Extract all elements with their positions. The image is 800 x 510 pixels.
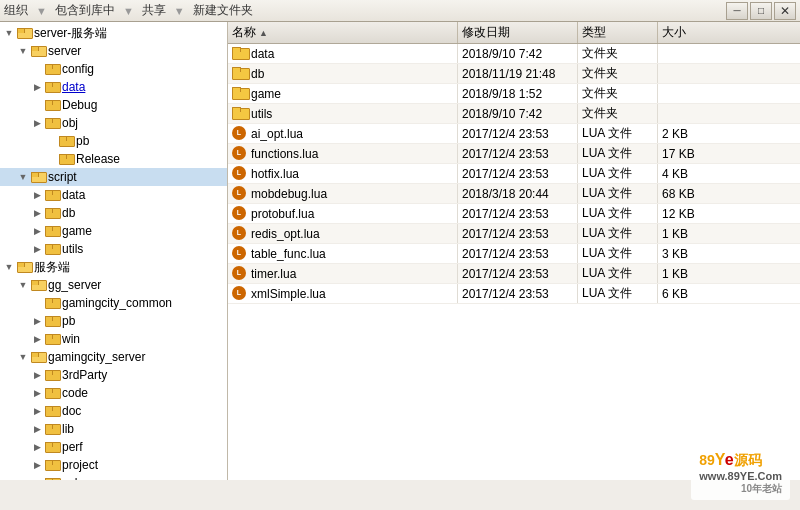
file-row[interactable]: Lhotfix.lua2017/12/4 23:53LUA 文件4 KB bbox=[228, 164, 800, 184]
tree-item-script[interactable]: ▼ script bbox=[0, 168, 227, 186]
toggle-debug[interactable] bbox=[30, 98, 44, 112]
toggle-perf[interactable]: ▶ bbox=[30, 440, 44, 454]
toolbar-share[interactable]: 共享 bbox=[142, 2, 166, 19]
minimize-button[interactable]: ─ bbox=[726, 2, 748, 20]
tree-item-pb[interactable]: pb bbox=[0, 132, 227, 150]
toggle-config[interactable] bbox=[30, 62, 44, 76]
tree-item-sql[interactable]: ▶ sql bbox=[0, 474, 227, 480]
tree-item-3rdparty[interactable]: ▶ 3rdParty bbox=[0, 366, 227, 384]
file-rows-container: data2018/9/10 7:42文件夹db2018/11/19 21:48文… bbox=[228, 44, 800, 304]
toggle-gamingcity-server[interactable]: ▼ bbox=[16, 350, 30, 364]
tree-item-gg-server[interactable]: ▼ gg_server bbox=[0, 276, 227, 294]
toggle-3rdparty[interactable]: ▶ bbox=[30, 368, 44, 382]
toggle-server[interactable]: ▼ bbox=[16, 44, 30, 58]
label-script-db: db bbox=[62, 206, 75, 220]
folder-icon-script-game bbox=[44, 223, 60, 239]
tree-item-project[interactable]: ▶ project bbox=[0, 456, 227, 474]
tree-item-script-data[interactable]: ▶ data bbox=[0, 186, 227, 204]
toggle-script-data[interactable]: ▶ bbox=[30, 188, 44, 202]
file-row[interactable]: Lredis_opt.lua2017/12/4 23:53LUA 文件1 KB bbox=[228, 224, 800, 244]
tree-item-release[interactable]: Release bbox=[0, 150, 227, 168]
file-row[interactable]: db2018/11/19 21:48文件夹 bbox=[228, 64, 800, 84]
file-row[interactable]: LxmlSimple.lua2017/12/4 23:53LUA 文件6 KB bbox=[228, 284, 800, 304]
label-server-svc: server-服务端 bbox=[34, 25, 107, 42]
file-name-cell: Ltimer.lua bbox=[228, 264, 458, 283]
tree-item-obj[interactable]: ▶ obj bbox=[0, 114, 227, 132]
toggle-lib[interactable]: ▶ bbox=[30, 422, 44, 436]
tree-item-gamingcity-common[interactable]: gamingcity_common bbox=[0, 294, 227, 312]
folder-icon-obj bbox=[44, 115, 60, 131]
file-name-cell: game bbox=[228, 84, 458, 103]
col-header-size[interactable]: 大小 bbox=[658, 22, 800, 43]
folder-icon-doc bbox=[44, 403, 60, 419]
file-type-cell: LUA 文件 bbox=[578, 244, 658, 263]
toggle-release[interactable] bbox=[44, 152, 58, 166]
label-gamingcity-server: gamingcity_server bbox=[48, 350, 145, 364]
tree-item-services[interactable]: ▼ 服务端 bbox=[0, 258, 227, 276]
toggle-pb[interactable] bbox=[44, 134, 58, 148]
toggle-obj[interactable]: ▶ bbox=[30, 116, 44, 130]
tree-item-lib[interactable]: ▶ lib bbox=[0, 420, 227, 438]
file-row[interactable]: Lmobdebug.lua2018/3/18 20:44LUA 文件68 KB bbox=[228, 184, 800, 204]
tree-item-win[interactable]: ▶ win bbox=[0, 330, 227, 348]
toggle-server-svc[interactable]: ▼ bbox=[2, 26, 16, 40]
folder-icon-code bbox=[44, 385, 60, 401]
toggle-script[interactable]: ▼ bbox=[16, 170, 30, 184]
tree-item-doc[interactable]: ▶ doc bbox=[0, 402, 227, 420]
file-row[interactable]: Lai_opt.lua2017/12/4 23:53LUA 文件2 KB bbox=[228, 124, 800, 144]
toggle-win[interactable]: ▶ bbox=[30, 332, 44, 346]
toolbar-new-folder[interactable]: 新建文件夹 bbox=[193, 2, 253, 19]
toolbar-include-library[interactable]: 包含到库中 bbox=[55, 2, 115, 19]
file-name-cell: Lhotfix.lua bbox=[228, 164, 458, 183]
toggle-sql[interactable]: ▶ bbox=[30, 476, 44, 480]
file-row[interactable]: Lprotobuf.lua2017/12/4 23:53LUA 文件12 KB bbox=[228, 204, 800, 224]
file-row[interactable]: game2018/9/18 1:52文件夹 bbox=[228, 84, 800, 104]
folder-icon-script-db bbox=[44, 205, 60, 221]
file-name-label: table_func.lua bbox=[251, 247, 326, 261]
col-header-date[interactable]: 修改日期 bbox=[458, 22, 578, 43]
tree-item-server[interactable]: ▼ server bbox=[0, 42, 227, 60]
tree-item-server-svc[interactable]: ▼ server-服务端 bbox=[0, 24, 227, 42]
tree-item-debug[interactable]: Debug bbox=[0, 96, 227, 114]
tree-item-code[interactable]: ▶ code bbox=[0, 384, 227, 402]
watermark-url: www.89YE.Com bbox=[699, 470, 782, 482]
file-size-cell: 17 KB bbox=[658, 144, 800, 163]
file-name-label: ai_opt.lua bbox=[251, 127, 303, 141]
tree-item-perf[interactable]: ▶ perf bbox=[0, 438, 227, 456]
tree-item-script-db[interactable]: ▶ db bbox=[0, 204, 227, 222]
toolbar-organize[interactable]: 组织 bbox=[4, 2, 28, 19]
folder-icon-gg-server bbox=[30, 277, 46, 293]
toggle-gg-server[interactable]: ▼ bbox=[16, 278, 30, 292]
toggle-code[interactable]: ▶ bbox=[30, 386, 44, 400]
file-row[interactable]: utils2018/9/10 7:42文件夹 bbox=[228, 104, 800, 124]
tree-item-config[interactable]: config bbox=[0, 60, 227, 78]
file-type-cell: 文件夹 bbox=[578, 64, 658, 83]
tree-item-script-utils[interactable]: ▶ utils bbox=[0, 240, 227, 258]
toggle-script-utils[interactable]: ▶ bbox=[30, 242, 44, 256]
toggle-data[interactable]: ▶ bbox=[30, 80, 44, 94]
file-row[interactable]: Ltimer.lua2017/12/4 23:53LUA 文件1 KB bbox=[228, 264, 800, 284]
col-header-name[interactable]: 名称 ▲ bbox=[228, 22, 458, 43]
tree-item-script-game[interactable]: ▶ game bbox=[0, 222, 227, 240]
file-size-cell: 2 KB bbox=[658, 124, 800, 143]
file-row[interactable]: Ltable_func.lua2017/12/4 23:53LUA 文件3 KB bbox=[228, 244, 800, 264]
toggle-script-db[interactable]: ▶ bbox=[30, 206, 44, 220]
toggle-gamingcity-common[interactable] bbox=[30, 296, 44, 310]
folder-icon-pb2 bbox=[44, 313, 60, 329]
toggle-doc[interactable]: ▶ bbox=[30, 404, 44, 418]
toggle-services[interactable]: ▼ bbox=[2, 260, 16, 274]
toggle-project[interactable]: ▶ bbox=[30, 458, 44, 472]
file-row[interactable]: data2018/9/10 7:42文件夹 bbox=[228, 44, 800, 64]
tree-item-data[interactable]: ▶ data bbox=[0, 78, 227, 96]
tree-item-pb2[interactable]: ▶ pb bbox=[0, 312, 227, 330]
tree-item-gamingcity-server[interactable]: ▼ gamingcity_server bbox=[0, 348, 227, 366]
folder-icon-release bbox=[58, 151, 74, 167]
file-row[interactable]: Lfunctions.lua2017/12/4 23:53LUA 文件17 KB bbox=[228, 144, 800, 164]
maximize-button[interactable]: □ bbox=[750, 2, 772, 20]
close-button[interactable]: ✕ bbox=[774, 2, 796, 20]
toggle-pb2[interactable]: ▶ bbox=[30, 314, 44, 328]
file-date-cell: 2017/12/4 23:53 bbox=[458, 204, 578, 223]
toggle-script-game[interactable]: ▶ bbox=[30, 224, 44, 238]
col-header-type[interactable]: 类型 bbox=[578, 22, 658, 43]
file-size-cell bbox=[658, 104, 800, 123]
